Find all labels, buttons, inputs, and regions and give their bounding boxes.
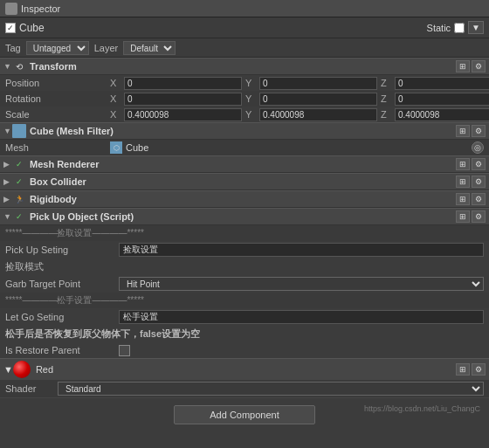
mesh-filter-actions: ⊞ ⚙ [456, 125, 486, 137]
pos-y-label: Y [245, 78, 256, 88]
transform-btn2[interactable]: ⚙ [472, 60, 486, 72]
object-active-checkbox[interactable] [5, 23, 16, 33]
shader-label: Shader [5, 383, 58, 394]
red-circle-icon [13, 361, 31, 378]
is-restore-checkbox[interactable] [119, 345, 130, 356]
layer-dropdown[interactable]: Default [123, 41, 176, 55]
shader-row: Shader Standard [0, 380, 489, 397]
box-collider-title: Box Collider [30, 176, 456, 187]
static-label: Static [427, 23, 451, 33]
static-dropdown[interactable]: ▼ [468, 21, 484, 34]
pickup-script-actions: ⊞ ⚙ [456, 210, 486, 223]
box-collider-header[interactable]: ▶ ✓ Box Collider ⊞ ⚙ [0, 173, 489, 190]
mesh-filter-header[interactable]: ▼ Cube (Mesh Filter) ⊞ ⚙ [0, 122, 489, 140]
tag-dropdown[interactable]: Untagged [26, 41, 89, 55]
garb-target-row: Garb Target Point Hit Point [0, 275, 489, 293]
scale-xyz: X Y Z [110, 108, 489, 121]
mesh-renderer-header[interactable]: ▶ ✓ Mesh Renderer ⊞ ⚙ [0, 155, 489, 173]
scale-y-label: Y [245, 109, 256, 120]
box-collider-btn2[interactable]: ⚙ [472, 176, 486, 188]
rot-y-input[interactable] [259, 93, 377, 106]
rot-x-input[interactable] [124, 93, 242, 106]
position-label: Position [5, 78, 110, 88]
rigidbody-icon: 🏃 [12, 192, 26, 206]
mesh-filter-icon [12, 124, 26, 138]
rigidbody-header[interactable]: ▶ 🏃 Rigidbody ⊞ ⚙ [0, 190, 489, 208]
material-name: Red [36, 364, 456, 375]
is-restore-row: Is Restore Parent [0, 342, 489, 358]
mesh-label: Mesh [5, 142, 110, 153]
material-btn1[interactable]: ⊞ [456, 363, 470, 376]
transform-actions: ⊞ ⚙ [456, 60, 486, 72]
material-header[interactable]: ▼ Red ⊞ ⚙ [0, 359, 489, 380]
box-collider-btn1[interactable]: ⊞ [456, 176, 470, 188]
mesh-renderer-btn1[interactable]: ⊞ [456, 158, 470, 170]
static-container: Static ▼ [427, 21, 484, 34]
rigidbody-btn1[interactable]: ⊞ [456, 193, 470, 205]
rigidbody-actions: ⊞ ⚙ [456, 193, 486, 205]
pickup-setting-input[interactable] [119, 243, 484, 257]
pickup-script-title: Pick Up Object (Script) [30, 211, 456, 222]
mesh-renderer-title: Mesh Renderer [30, 159, 456, 169]
rigidbody-btn2[interactable]: ⚙ [472, 193, 486, 205]
title-text: Inspector [21, 3, 60, 14]
box-collider-check[interactable]: ✓ [12, 175, 26, 189]
pos-z-input[interactable] [395, 77, 489, 90]
scale-x-input[interactable] [124, 108, 242, 121]
rot-z-input[interactable] [395, 93, 489, 106]
mesh-select-btn[interactable]: ◎ [472, 141, 484, 154]
transform-btn1[interactable]: ⊞ [456, 60, 470, 72]
garb-target-label: Garb Target Point [5, 279, 119, 289]
rotation-label: Rotation [5, 93, 110, 104]
object-name: Cube [19, 22, 427, 34]
pickup-mode-label: 捡取模式 [5, 260, 119, 273]
mesh-filter-btn1[interactable]: ⊞ [456, 125, 470, 137]
transform-icon: ⟲ [12, 59, 26, 73]
tag-layer-row: Tag Untagged Layer Default [0, 38, 489, 58]
add-component-area: Add Component [0, 397, 489, 431]
rot-x-label: X [110, 93, 121, 104]
transform-header[interactable]: ▼ ⟲ Transform ⊞ ⚙ [0, 58, 489, 75]
box-collider-actions: ⊞ ⚙ [456, 176, 486, 188]
mesh-renderer-check[interactable]: ✓ [12, 157, 26, 171]
material-actions: ⊞ ⚙ [456, 363, 486, 376]
garb-target-dropdown[interactable]: Hit Point [119, 277, 484, 291]
static-checkbox[interactable] [454, 23, 465, 33]
rot-y-label: Y [245, 93, 256, 104]
pos-x-input[interactable] [124, 77, 242, 90]
rigidbody-title: Rigidbody [30, 194, 456, 204]
restore-desc-bold: false [140, 328, 162, 339]
position-xyz: X Y Z [110, 77, 489, 90]
mesh-value-container: ⬡ Cube [110, 141, 148, 154]
mesh-renderer-btn2[interactable]: ⚙ [472, 158, 486, 170]
rotation-row: Rotation X Y Z [0, 91, 489, 107]
pos-y-input[interactable] [259, 77, 377, 90]
letgo-setting-input[interactable] [119, 310, 484, 324]
object-header: Cube Static ▼ [0, 17, 489, 38]
mesh-filter-title: Cube (Mesh Filter) [30, 126, 456, 136]
mesh-filter-btn2[interactable]: ⚙ [472, 125, 486, 137]
pickup-script-header[interactable]: ▼ ✓ Pick Up Object (Script) ⊞ ⚙ [0, 208, 489, 225]
restore-desc-text3: 设置为空 [162, 328, 200, 339]
material-btn2[interactable]: ⚙ [472, 363, 486, 376]
scale-label: Scale [5, 109, 110, 120]
pickup-script-check[interactable]: ✓ [12, 210, 26, 224]
mesh-value-row: Mesh ⬡ Cube ◎ [0, 140, 489, 155]
mesh-renderer-arrow: ▶ [3, 160, 12, 169]
pickup-script-btn1[interactable]: ⊞ [456, 210, 470, 223]
letgo-setting-label: Let Go Seting [5, 312, 119, 322]
inspector-content[interactable]: ▼ ⟲ Transform ⊞ ⚙ Position X Y Z Rotatio… [0, 58, 489, 448]
pickup-script-btn2[interactable]: ⚙ [472, 210, 486, 223]
scale-y-input[interactable] [259, 108, 377, 121]
letgo-setting-row: Let Go Seting [0, 308, 489, 326]
mesh-renderer-actions: ⊞ ⚙ [456, 158, 486, 170]
scale-x-label: X [110, 109, 121, 120]
add-component-button[interactable]: Add Component [174, 405, 315, 424]
rotation-xyz: X Y Z [110, 93, 489, 106]
rigidbody-arrow: ▶ [3, 195, 12, 203]
restore-desc-text1: 松手后是否恢复到原父物体下， [5, 328, 140, 339]
divider1: *****————捡取设置————***** [0, 225, 489, 241]
scale-z-input[interactable] [395, 108, 489, 121]
material-arrow: ▼ [3, 364, 13, 375]
shader-dropdown[interactable]: Standard [58, 382, 484, 396]
